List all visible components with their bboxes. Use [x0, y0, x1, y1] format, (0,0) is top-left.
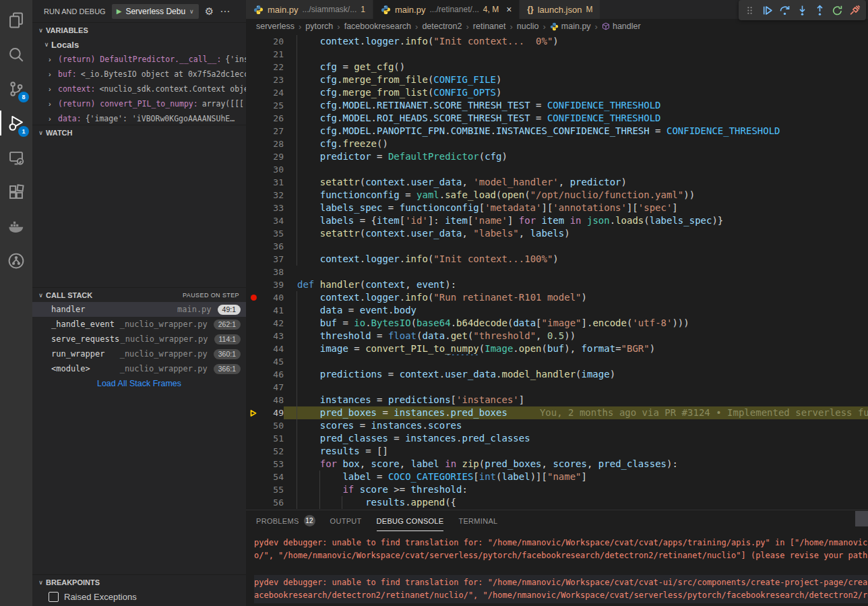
source-control-icon[interactable]: 8	[0, 71, 32, 106]
code-line[interactable]: 30	[246, 163, 868, 176]
variable-row[interactable]: ›context:<nuclio_sdk.context.Context obj…	[32, 82, 246, 96]
code-line[interactable]: 22 cfg = get_cfg()	[246, 61, 868, 73]
stack-frame-row[interactable]: serve_requests_nuclio_wrapper.py114:1	[32, 332, 246, 346]
watch-header[interactable]: ∨ WATCH	[32, 125, 246, 140]
remote-explorer-icon[interactable]	[0, 140, 32, 175]
console-message[interactable]: pydev debugger: unable to find translati…	[254, 535, 868, 564]
more-actions-icon[interactable]: ⋯	[220, 5, 230, 18]
line-number[interactable]: 27	[261, 125, 284, 138]
tab-main-py-siammask[interactable]: main.py .../siammask/... 1	[246, 0, 373, 19]
search-icon[interactable]	[0, 37, 32, 71]
disconnect-button[interactable]	[847, 2, 863, 18]
code-line[interactable]: 32 functionconfig = yaml.safe_load(open(…	[246, 189, 868, 202]
start-debug-icon[interactable]: ▶	[117, 7, 122, 15]
git-graph-icon[interactable]	[0, 243, 32, 278]
code-line[interactable]: 51 pred_classes = instances.pred_classes	[246, 432, 868, 445]
line-number[interactable]: 28	[261, 138, 284, 150]
breadcrumb-item[interactable]: pytorch	[305, 22, 333, 31]
line-number[interactable]: 21	[261, 48, 284, 61]
code-line[interactable]: 42 buf = io.BytesIO(base64.b64decode(dat…	[246, 317, 868, 330]
stack-frame-row[interactable]: _handle_event_nuclio_wrapper.py262:1	[32, 317, 246, 332]
code-line[interactable]: 43 threshold = float(data.get("threshold…	[246, 330, 868, 342]
debug-console-output[interactable]: pydev debugger: unable to find translati…	[246, 531, 868, 606]
stack-frame-row[interactable]: <module>_nuclio_wrapper.py366:1	[32, 361, 246, 376]
code-line[interactable]: 39def handler(context, event):	[246, 278, 868, 291]
breakpoints-header[interactable]: ∨ BREAKPOINTS	[32, 574, 246, 589]
gear-icon[interactable]: ⚙	[205, 5, 214, 18]
line-number[interactable]: 29	[261, 150, 284, 163]
tab-problems[interactable]: PROBLEMS 12	[256, 510, 315, 531]
breadcrumb-item[interactable]: nuclio	[517, 22, 539, 31]
line-number[interactable]: 34	[261, 214, 284, 227]
line-number[interactable]: 38	[261, 266, 284, 278]
call-stack-header[interactable]: ∨ CALL STACK PAUSED ON STEP	[32, 287, 246, 302]
code-line[interactable]: 53 for box, score, label in zip(pred_box…	[246, 458, 868, 471]
line-number[interactable]: 33	[261, 202, 284, 214]
code-line[interactable]: 33 labels_spec = functionconfig['metadat…	[246, 202, 868, 214]
line-number[interactable]: 32	[261, 189, 284, 202]
line-number[interactable]: 55	[261, 483, 284, 496]
chevron-right-icon[interactable]: ›	[49, 85, 58, 93]
console-message[interactable]: pydev debugger: unable to find translati…	[254, 575, 868, 603]
code-line[interactable]: 54 label = COCO_CATEGORIES[int(label)]["…	[246, 471, 868, 483]
code-line[interactable]: 29 predictor = DefaultPredictor(cfg)	[246, 150, 868, 163]
code-line[interactable]: 41 data = event.body	[246, 304, 868, 317]
code-line[interactable]: 47	[246, 381, 868, 394]
continue-button[interactable]	[760, 2, 775, 18]
breadcrumb-item[interactable]: retinanet	[473, 22, 506, 31]
tab-output[interactable]: OUTPUT	[330, 510, 362, 531]
line-number[interactable]: 37	[261, 253, 284, 266]
line-number[interactable]: 25	[261, 99, 284, 112]
code-line[interactable]: 46 predictions = context.user_data.model…	[246, 368, 868, 381]
docker-icon[interactable]	[0, 209, 32, 243]
line-number[interactable]: 42	[261, 317, 284, 330]
breadcrumb-item[interactable]: serverless	[256, 22, 294, 31]
breadcrumb-item-symbol[interactable]: handler	[602, 22, 641, 31]
step-over-button[interactable]	[777, 2, 793, 18]
line-number[interactable]: 31	[261, 176, 284, 189]
raised-exceptions-row[interactable]: Raised Exceptions	[32, 589, 246, 604]
stack-frame-row[interactable]: handlermain.py49:1	[32, 302, 246, 317]
breadcrumb-item-file[interactable]: main.py	[550, 22, 591, 31]
explorer-icon[interactable]	[0, 3, 32, 37]
variable-row[interactable]: ›buf:<_io.BytesIO object at 0x7f5a2dc1ec…	[32, 67, 246, 82]
line-number[interactable]: 23	[261, 73, 284, 86]
load-all-stack-frames-link[interactable]: Load All Stack Frames	[32, 376, 246, 391]
code-line[interactable]: 55 if score >= threshold:	[246, 483, 868, 496]
line-number[interactable]: 52	[261, 445, 284, 458]
code-line[interactable]: 45	[246, 355, 868, 368]
code-line[interactable]: 48 instances = predictions['instances']	[246, 394, 868, 406]
line-number[interactable]: 26	[261, 112, 284, 125]
tab-debug-console[interactable]: DEBUG CONSOLE	[377, 510, 444, 531]
code-line[interactable]: 49 pred_boxes = instances.pred_boxesYou,…	[246, 406, 868, 419]
code-line[interactable]: 37 context.logger.info("Init context...1…	[246, 253, 868, 266]
tab-launch-json[interactable]: {} launch.json M	[520, 0, 600, 19]
locals-scope-row[interactable]: ∨ Locals	[32, 37, 246, 52]
line-number[interactable]: 47	[261, 381, 284, 394]
stack-frame-row[interactable]: run_wrapper_nuclio_wrapper.py360:1	[32, 346, 246, 361]
line-number[interactable]: 43	[261, 330, 284, 342]
code-line[interactable]: 31 setattr(context.user_data, 'model_han…	[246, 176, 868, 189]
code-line[interactable]: 40 context.logger.info("Run retinanet-R1…	[246, 291, 868, 304]
code-line[interactable]: 26 cfg.MODEL.ROI_HEADS.SCORE_THRESH_TEST…	[246, 112, 868, 125]
variable-row[interactable]: ›(return) convert_PIL_to_numpy:array([[[…	[32, 96, 246, 111]
line-number[interactable]: 54	[261, 471, 284, 483]
variables-header[interactable]: ∨ VARIABLES	[32, 22, 246, 37]
line-number[interactable]: 56	[261, 496, 284, 509]
chevron-right-icon[interactable]: ›	[49, 70, 58, 78]
line-number[interactable]: 22	[261, 61, 284, 73]
code-line[interactable]: 56 results.append({	[246, 496, 868, 509]
run-and-debug-icon[interactable]: 1	[0, 106, 32, 140]
line-number[interactable]: 44	[261, 342, 284, 355]
line-number[interactable]: 51	[261, 432, 284, 445]
line-number[interactable]: 41	[261, 304, 284, 317]
code-line[interactable]: 24 cfg.merge_from_list(CONFIG_OPTS)	[246, 86, 868, 99]
step-into-button[interactable]	[795, 2, 810, 18]
code-line[interactable]: 50 scores = instances.scores	[246, 419, 868, 432]
chevron-right-icon[interactable]: ›	[49, 55, 58, 63]
raised-exceptions-checkbox[interactable]	[49, 592, 59, 602]
close-icon[interactable]: ×	[506, 5, 512, 14]
line-number[interactable]: 40	[261, 291, 284, 304]
launch-config-select[interactable]: ▶ Serverless Debu ∨	[112, 4, 199, 19]
code-line[interactable]: 25 cfg.MODEL.RETINANET.SCORE_THRESH_TEST…	[246, 99, 868, 112]
